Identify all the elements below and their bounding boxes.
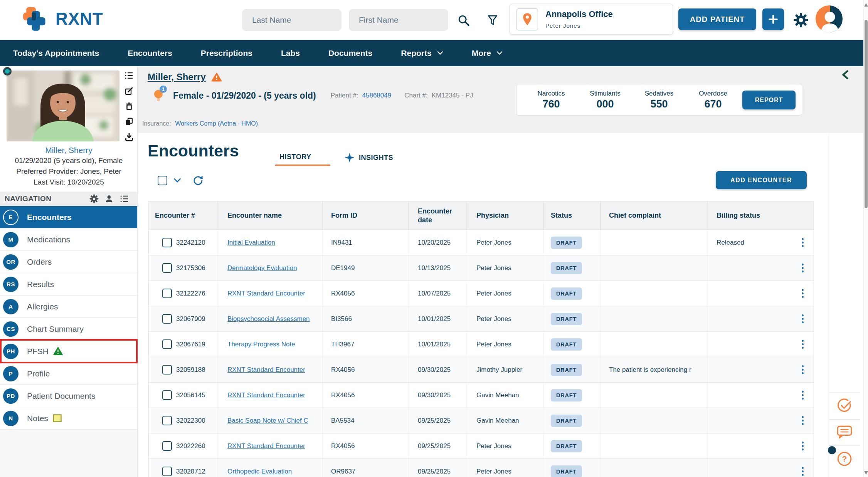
encounter-name-link[interactable]: RXNT Standard Encounter [227,290,305,297]
encounter-name-link[interactable]: Basic Soap Note w/ Chief C [227,417,308,425]
nav-settings-gear-icon[interactable] [89,194,99,203]
nav-item-label: Documents [328,49,372,58]
sidebar-item-pfsh[interactable]: PHPFSH [0,340,137,363]
sidebar-item-results[interactable]: RSResults [0,273,137,296]
list-icon[interactable] [124,71,134,80]
quick-add-button[interactable] [762,8,784,30]
help-icon[interactable]: ? [836,450,853,468]
edit-icon[interactable] [124,86,134,96]
row-checkbox[interactable] [162,289,172,298]
office-selector[interactable]: Annapolis Office Peter Jones [510,4,673,35]
encounter-row: 32175306Dermatology EvaluationDE194910/1… [149,255,814,281]
row-checkbox[interactable] [162,314,172,324]
nav-item-reports[interactable]: Reports [401,49,443,58]
encounter-name-link[interactable]: RXNT Standard Encounter [227,366,305,374]
kebab-menu-icon[interactable] [799,287,806,300]
row-checkbox[interactable] [162,365,172,375]
kebab-menu-icon[interactable] [799,236,806,249]
form-id-cell: RX4056 [323,357,409,382]
nav-list-icon[interactable] [119,194,130,203]
report-button[interactable]: REPORT [742,91,796,109]
nav-item-today-s-appointments[interactable]: Today's Appointments [13,49,99,58]
download-icon[interactable] [124,133,134,142]
patient-warning-icon[interactable] [211,72,222,82]
kebab-menu-icon[interactable] [799,338,806,351]
kebab-menu-icon[interactable] [799,414,806,427]
encounter-name-link[interactable]: Orthopedic Evaluation [227,468,292,475]
kebab-menu-icon[interactable] [799,388,806,402]
encounter-number: 32067619 [176,341,205,348]
nav-person-icon[interactable] [104,194,114,203]
row-checkbox[interactable] [162,441,172,451]
encounter-name-link[interactable]: Dermatology Evaluation [227,264,297,272]
sidebar-item-chart-summary[interactable]: CSChart Summary [0,318,137,340]
filter-icon[interactable] [486,14,499,29]
trash-icon[interactable] [124,102,134,111]
last-visit-date[interactable]: 10/20/2025 [67,178,104,186]
last-name-input[interactable] [242,9,341,31]
tab-history[interactable]: HISTORY [279,153,311,161]
reminder-count-badge: 1 [160,86,167,93]
first-name-input[interactable] [349,9,448,31]
nav-item-more[interactable]: More [472,49,503,58]
user-avatar[interactable] [816,5,843,32]
scrollbar-down-arrow[interactable] [864,471,868,475]
kebab-menu-icon[interactable] [799,261,806,275]
nav-item-labs[interactable]: Labs [281,49,300,58]
row-checkbox[interactable] [162,416,172,425]
sidebar-item-allergies[interactable]: AAllergies [0,296,137,318]
kebab-menu-icon[interactable] [799,465,806,477]
kebab-dot [802,292,804,294]
row-checkbox[interactable] [162,263,172,273]
sidebar-item-label: Patient Documents [27,391,95,401]
messages-chat-icon[interactable] [836,424,853,440]
add-patient-button[interactable]: ADD PATIENT [678,8,756,30]
tasks-check-icon[interactable] [836,397,853,415]
nav-item-encounters[interactable]: Encounters [128,49,172,58]
sidebar-item-medications[interactable]: MMedications [0,228,137,251]
patient-number-value[interactable]: 45868049 [362,92,392,99]
kebab-menu-icon[interactable] [799,439,806,453]
scrollbar-thumb[interactable] [865,20,868,208]
encounter-name-link[interactable]: Therapy Progress Note [227,341,295,348]
select-all-checkbox[interactable] [158,176,167,185]
nav-item-prescriptions[interactable]: Prescriptions [201,49,252,58]
stat-stimulants: Stimulants000 [586,90,624,110]
row-checkbox[interactable] [162,467,172,476]
patient-name-heading[interactable]: Miller, Sherry [148,72,206,82]
encounter-name-link[interactable]: Initial Evaluation [227,239,275,247]
encounter-name-link[interactable]: RXNT Standard Encounter [227,391,305,399]
settings-gear-icon[interactable] [793,12,809,29]
sidebar-item-profile[interactable]: PProfile [0,363,137,385]
insurance-value[interactable]: Workers Comp (Aetna - HMO) [175,120,258,127]
tab-insights[interactable]: INSIGHTS [344,152,393,163]
sidebar-item-patient-documents[interactable]: PDPatient Documents [0,385,137,407]
search-icon[interactable] [457,14,470,29]
active-tab-underline [275,165,330,166]
row-checkbox[interactable] [162,238,172,247]
kebab-menu-icon[interactable] [799,363,806,376]
rxnt-logo[interactable]: RXNT [22,6,103,32]
encounter-name-link[interactable]: RXNT Standard Encounter [227,442,305,450]
reminder-lightbulb-icon[interactable]: 1 [152,89,165,102]
sidebar-item-orders[interactable]: OROrders [0,251,137,273]
select-chevron-down-icon[interactable] [173,178,181,183]
refresh-icon[interactable] [192,175,204,186]
row-checkbox[interactable] [162,390,172,400]
physician-cell: Peter Jones [466,281,543,306]
scrollbar-up-arrow[interactable] [864,3,868,7]
add-encounter-button[interactable]: ADD ENCOUNTER [716,171,807,189]
sidebar-item-notes[interactable]: NNotes [0,407,137,430]
encounter-name-link[interactable]: Biopsychosocial Assessmen [227,315,310,323]
copy-icon[interactable] [124,117,134,126]
row-checkbox[interactable] [162,339,172,349]
sidebar-patient-name[interactable]: Miller, Sherry [0,146,138,155]
sidebar-item-encounters[interactable]: EEncounters [0,206,137,228]
kebab-dot [802,267,804,269]
nav-item-documents[interactable]: Documents [328,49,372,58]
row-actions-cell [791,408,814,433]
collapse-panel-chevron-icon[interactable] [841,70,849,79]
kebab-menu-icon[interactable] [799,312,806,326]
svg-text:?: ? [842,454,847,463]
form-id-cell: RX4056 [323,433,409,459]
